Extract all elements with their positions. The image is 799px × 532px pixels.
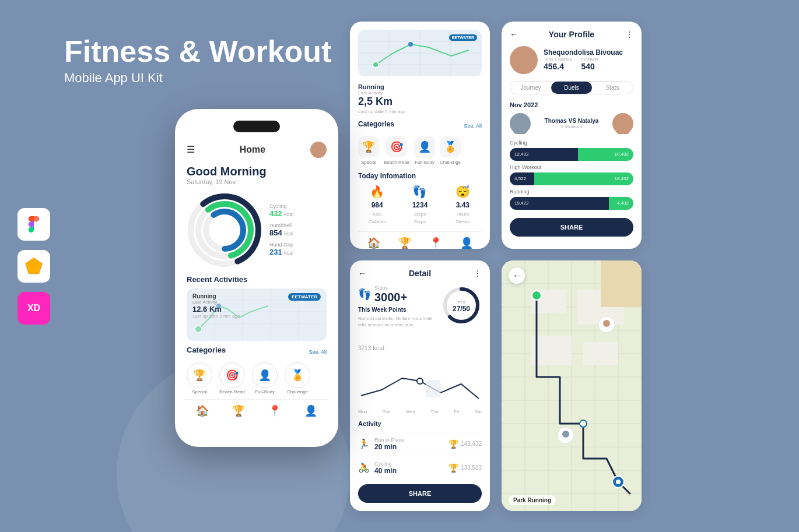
steps-icon: 👣 [358, 288, 371, 301]
menu-icon[interactable]: ☰ [187, 144, 195, 155]
ds-steps-row: 👣 Steps 3000+ This Week Points Nunc id c… [358, 285, 482, 335]
ds-header: ← Detail ⋮ [358, 269, 482, 278]
nav-trophy[interactable]: 🏆 [232, 404, 245, 417]
fs-see-all[interactable]: See. All [464, 123, 482, 129]
ps-duel-avatar1 [510, 113, 531, 134]
svg-point-59 [532, 291, 541, 300]
phone-notch [233, 121, 280, 132]
map-back-button[interactable]: ← [509, 267, 525, 284]
cat-challenge[interactable]: 🏅 Challenge [285, 362, 310, 394]
see-all-link[interactable]: See. All [309, 349, 327, 355]
phone-main: ☰ Home Good Morning Saturday, 19 Nov [175, 109, 338, 447]
cat-special[interactable]: 🏆 Special [187, 362, 212, 394]
run-icon: 🏃 [358, 438, 374, 449]
svg-point-18 [195, 326, 202, 333]
legend-cycling: Cycling 432 kcal [269, 203, 293, 218]
ps-share-button[interactable]: SHARE [510, 218, 633, 237]
ps-month: Nov 2022 [510, 101, 633, 108]
xd-icon: XD [17, 292, 50, 325]
fs-today-stats: 🔥 984 Kcal Calories 👣 1234 Steps Steps 😴… [358, 185, 482, 224]
ps-running-label: Running [510, 189, 633, 195]
ds-more-button[interactable]: ⋮ [474, 269, 482, 278]
tab-duels[interactable]: Duels [551, 82, 592, 94]
ps-name: Shequondolisa Bivouac [544, 48, 623, 57]
fs-distance: 2,5 Km [358, 96, 482, 108]
cycling-icon: 🚴 [358, 462, 374, 473]
ps-duel-info: Thomas VS Natalya 1 Workout [531, 118, 612, 129]
ps-stats-row: Total Calories 456.4 Follower 540 [544, 57, 623, 71]
svg-point-64 [562, 431, 569, 438]
cat-beach[interactable]: 🎯 Beach Read [219, 362, 245, 394]
sleep-icon: 😴 [455, 185, 470, 199]
tab-journey[interactable]: Journey [510, 82, 551, 94]
svg-point-27 [373, 62, 379, 68]
recent-activities: Recent Activities Running L [184, 275, 329, 341]
ds-pts-circle-container: PTS 27/50 [441, 285, 482, 328]
ps-profile-info: Shequondolisa Bivouac Total Calories 456… [544, 48, 623, 71]
fs-today-title: Today Infomation [358, 172, 482, 180]
fs-nav-home[interactable]: 🏠 [367, 237, 380, 249]
svg-point-62 [603, 320, 610, 327]
fs-map-label: EETWATER [449, 34, 477, 41]
ds-act-run-pts: 🏆 143,432 [448, 439, 482, 449]
category-icons: 🏆 Special 🎯 Beach Read 👤 Full-Body 🏅 Cha… [187, 362, 327, 394]
activity-map: Running Last Activity 12.6 Km Last up da… [187, 288, 327, 341]
ps-bar-cycling: 12,432 10,432 [510, 148, 633, 161]
donut-legend: Cycling 432 kcal Dumbbell 854 kcal Hand … [269, 203, 293, 256]
ps-avatar [510, 46, 538, 74]
cat-fullbody[interactable]: 👤 Full-Body [252, 362, 278, 394]
map-screen: ← [502, 260, 642, 511]
categories-title: Categories [187, 346, 226, 354]
ps-bar-running: 19,422 4,432 [510, 197, 633, 210]
map-location-label: EETWATER [288, 293, 321, 301]
ds-share-button[interactable]: SHARE [358, 484, 482, 503]
profile-screen: ← Your Profile ⋮ Shequondolisa Bivouac T… [502, 22, 642, 249]
fs-cat-challenge[interactable]: 🏅 Challenge [440, 136, 461, 165]
ds-title: Detail [409, 269, 431, 278]
nav-home[interactable]: 🏠 [196, 404, 209, 417]
ds-chart-labels: Mon Tue Wed Thu Fri Sat [358, 409, 482, 414]
nav-profile[interactable]: 👤 [304, 404, 317, 417]
user-avatar[interactable] [310, 142, 327, 158]
ps-calories-stat: Total Calories 456.4 [544, 57, 572, 71]
calories-icon: 🔥 [370, 185, 384, 199]
ps-back-button[interactable]: ← [510, 30, 518, 39]
ps-duel-names: Thomas VS Natalya [531, 118, 612, 124]
ps-title: Your Profile [549, 30, 594, 39]
steps-icon: 👣 [412, 185, 427, 199]
svg-point-26 [408, 42, 413, 47]
fs-stat-calories: 🔥 984 Kcal Calories [358, 185, 396, 224]
ds-chart [358, 358, 482, 404]
svg-point-31 [513, 124, 528, 134]
fs-nav-trophy[interactable]: 🏆 [398, 237, 411, 249]
steps-details: Steps 3000+ [374, 285, 407, 304]
fs-stat-sleep: 😴 3.43 Hours Sleeps [444, 185, 482, 224]
ds-activity-run: 🏃 Run in Place 20 min 🏆 143,432 [358, 432, 482, 456]
fs-nav-profile[interactable]: 👤 [460, 237, 473, 249]
tab-stats[interactable]: Stats [592, 82, 633, 94]
phone-screen-title: Home [240, 145, 265, 155]
svg-point-28 [518, 50, 530, 61]
phone-bottom-nav: 🏠 🏆 📍 👤 [184, 399, 329, 420]
svg-point-60 [580, 420, 587, 427]
ps-duel-avatar2 [612, 113, 633, 134]
fs-cat-special[interactable]: 🏆 Special [358, 136, 379, 165]
fs-cat-beach[interactable]: 🎯 Beach Read [384, 136, 409, 165]
ps-follower-stat: Follower 540 [581, 57, 598, 71]
ps-profile-section: Shequondolisa Bivouac Total Calories 456… [510, 46, 633, 74]
ds-back-button[interactable]: ← [358, 269, 366, 278]
svg-point-33 [615, 124, 630, 134]
fs-cat-fullbody[interactable]: 👤 Full-Body [414, 136, 435, 165]
ps-more-button[interactable]: ⋮ [625, 30, 633, 39]
categories-header: Categories See. All [187, 346, 327, 359]
sketch-icon [17, 250, 50, 283]
ps-bars-section: Cycling 12,432 10,432 High Workout 4,522… [510, 140, 633, 210]
fs-nav-location[interactable]: 📍 [429, 237, 442, 249]
nav-location[interactable]: 📍 [268, 404, 281, 417]
ds-kcal: 3213 kcal [358, 341, 482, 353]
fs-bottom-nav: 🏠 🏆 📍 👤 [358, 231, 482, 249]
svg-point-36 [417, 378, 423, 384]
ds-act-run-info: Run in Place 20 min [374, 437, 448, 451]
svg-rect-57 [583, 342, 618, 365]
left-app-icons: XD [17, 208, 50, 325]
